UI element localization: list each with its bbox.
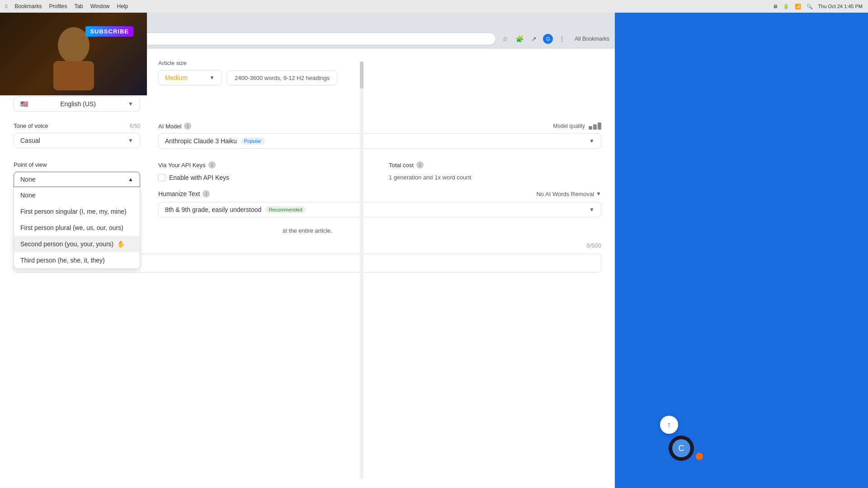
apple-menu[interactable]:  (5, 3, 7, 9)
scrollbar-track[interactable] (360, 61, 363, 479)
total-cost-section: Total cost i 1 generation and 1x word co… (389, 161, 601, 181)
profile-icon[interactable]: G (543, 34, 553, 44)
pov-dropdown[interactable]: None ▲ (14, 172, 140, 187)
chat-icon: C (672, 439, 690, 457)
main-content: Article size Medium ▼ 2400-3600 words, 9… (0, 49, 615, 488)
svg-point-0 (58, 27, 90, 63)
article-size-controls: Medium ▼ 2400-3600 words, 9-12 H2 headin… (158, 70, 337, 85)
cursor-hand-icon: ✋ (117, 240, 125, 248)
quality-bar-2 (593, 124, 597, 130)
right-panel: Via Your API Keys i Enable with API Keys… (158, 161, 601, 217)
tone-group: Tone of voice 6/50 Casual ▼ (14, 122, 140, 148)
flag-icon: 🇺🇸 (20, 100, 28, 108)
pov-option-second-text: Second person (you, your, yours) (20, 240, 113, 248)
no-ai-badge[interactable]: No AI Words Removal ▼ (536, 191, 601, 197)
quality-bars (589, 122, 601, 130)
grade-dropdown[interactable]: 8th & 9th grade, easily understood Recom… (158, 202, 601, 217)
ai-model-dropdown[interactable]: Anthropic Claude 3 Haiku Popular ▼ (158, 133, 601, 149)
api-label-row: Via Your API Keys i (158, 161, 371, 169)
ai-model-label-row: AI Model i (158, 122, 191, 130)
humanize-row: Humanize Text i No AI Words Removal ▼ (158, 190, 601, 197)
api-keys-section: Via Your API Keys i Enable with API Keys (158, 161, 371, 181)
right-sidebar (615, 13, 868, 488)
pov-option-first-plural[interactable]: First person plural (we, us, our, ours) (14, 220, 140, 236)
humanize-label-row: Humanize Text i (158, 190, 210, 197)
webcam-content: SUBSCRIBE (0, 13, 147, 95)
cost-value: 1 generation and 1x word count (389, 174, 601, 181)
chevron-down-icon: ▼ (589, 138, 594, 144)
pov-option-none[interactable]: None (14, 187, 140, 203)
scroll-to-top-button[interactable]: ↑ (660, 416, 678, 434)
webcam-overlay: SUBSCRIBE (0, 13, 147, 95)
ai-model-info-icon[interactable]: i (184, 122, 191, 130)
chevron-up-icon: ▲ (128, 176, 133, 183)
tone-dropdown[interactable]: Casual ▼ (14, 133, 140, 148)
tone-counter: 6/50 (130, 123, 140, 129)
article-size-section: Article size Medium ▼ 2400-3600 words, 9… (158, 60, 337, 85)
ai-model-group: AI Model i Model quality Anthro (158, 122, 601, 149)
pov-group: Point of view None ▲ None First person s… (14, 161, 140, 187)
ai-model-label: AI Model (158, 123, 181, 130)
battery-icon: 🔋 (783, 4, 789, 9)
api-keys-checkbox[interactable] (158, 174, 165, 181)
chevron-down-icon: ▼ (209, 75, 215, 81)
menu-tab[interactable]: Tab (74, 3, 83, 9)
search-icon[interactable]: 🔍 (807, 4, 813, 9)
menu-window[interactable]: Window (90, 3, 110, 9)
ai-model-name: Anthropic Claude 3 Haiku (165, 137, 237, 145)
article-size-label: Article size (158, 60, 337, 66)
mac-status-bar: 🖥 🔋 📶 🔍 Thu Oct 24 1:45 PM (773, 4, 863, 9)
scrollbar-thumb[interactable] (360, 61, 363, 89)
humanize-info-icon[interactable]: i (203, 190, 210, 197)
chat-toggle-indicator[interactable] (696, 453, 703, 460)
humanize-section: Humanize Text i No AI Words Removal ▼ 8t… (158, 190, 601, 217)
api-cost-row: Via Your API Keys i Enable with API Keys… (158, 161, 601, 181)
extension-icon[interactable]: 🧩 (514, 33, 525, 44)
pov-option-third[interactable]: Third person (he, she, it, they) (14, 252, 140, 268)
pov-label: Point of view (14, 161, 140, 168)
bookmark-star-icon[interactable]: ☆ (500, 33, 510, 44)
pov-option-second[interactable]: Second person (you, your, yours)✋ (14, 236, 140, 252)
chat-bubble-button[interactable]: C (669, 436, 694, 461)
datetime-display: Thu Oct 24 1:45 PM (818, 4, 863, 9)
total-cost-label: Total cost (389, 162, 414, 169)
no-ai-label: No AI Words Removal (536, 191, 594, 197)
size-info-badge: 2400-3600 words, 9-12 H2 headings (227, 70, 337, 85)
cost-label-row: Total cost i (389, 161, 601, 169)
share-icon[interactable]: ↗ (528, 33, 539, 44)
pov-selected: None (20, 176, 35, 183)
menu-help[interactable]: Help (117, 3, 128, 9)
bookmarks-label: All Bookmarks (575, 36, 609, 42)
chevron-down-icon: ▼ (128, 101, 133, 107)
wifi-icon: 📶 (795, 4, 801, 9)
api-checkbox-label: Enable with API Keys (169, 174, 229, 181)
chevron-down-icon: ▼ (128, 137, 133, 144)
menu-profiles[interactable]: Profiles (49, 3, 67, 9)
tone-label: Tone of voice (14, 122, 48, 129)
pov-options-list: None First person singular (I, me, my, m… (14, 187, 140, 269)
disclaimer-text: st the entire article. (283, 227, 332, 234)
language-group: 🇺🇸 English (US) ▼ (14, 96, 140, 112)
pov-option-first-singular[interactable]: First person singular (I, me, my, mine) (14, 203, 140, 220)
medium-size-dropdown[interactable]: Medium ▼ (158, 70, 222, 85)
api-info-icon[interactable]: i (208, 161, 216, 169)
mac-topbar:  Bookmarks Profiles Tab Window Help 🖥 🔋… (0, 0, 868, 13)
model-quality-row: Model quality (553, 122, 601, 130)
quality-bar-3 (598, 122, 601, 130)
quality-bar-1 (589, 126, 592, 130)
recommended-badge: Recommended (265, 206, 306, 213)
tone-value: Casual (20, 137, 40, 144)
grade-label: 8th & 9th grade, easily understood (165, 206, 261, 213)
menu-bookmarks[interactable]: Bookmarks (14, 3, 42, 9)
humanize-label: Humanize Text (158, 190, 200, 197)
popular-badge: Popular (241, 137, 265, 145)
tone-label-row: Tone of voice 6/50 (14, 122, 140, 129)
mac-menu-bar:  Bookmarks Profiles Tab Window Help (5, 3, 128, 9)
cost-info-icon[interactable]: i (416, 161, 424, 169)
chevron-down-icon: ▼ (596, 191, 601, 197)
language-dropdown[interactable]: 🇺🇸 English (US) ▼ (14, 96, 140, 112)
screen-icon: 🖥 (773, 4, 778, 9)
menu-dots-icon[interactable]: ⋮ (557, 33, 567, 44)
char-count: 0/500 (586, 242, 601, 249)
chevron-down-icon: ▼ (589, 206, 594, 213)
